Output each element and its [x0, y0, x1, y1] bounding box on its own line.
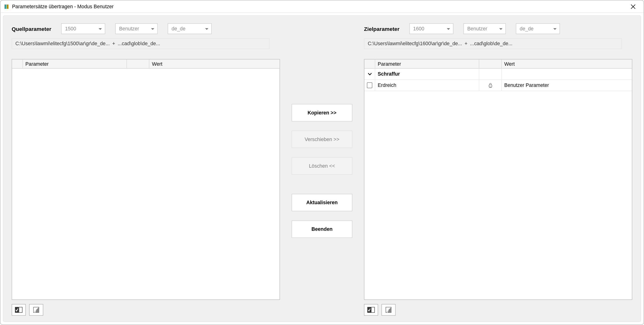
- refresh-button[interactable]: Aktualisieren: [292, 194, 352, 211]
- row-checkbox[interactable]: [367, 82, 372, 88]
- move-button[interactable]: Verschieben >>: [292, 131, 352, 148]
- target-path-1: C:\Users\lawmi\elitecfg\1600\ar\gr\de_de…: [368, 41, 462, 47]
- source-table: Parameter Wert: [12, 59, 280, 300]
- table-group-row[interactable]: Schraffur: [364, 68, 632, 80]
- svg-rect-10: [371, 307, 374, 312]
- group-name: Schraffur: [378, 71, 400, 77]
- app-icon: [4, 4, 10, 10]
- source-table-body[interactable]: [12, 68, 280, 299]
- lock-icon: [487, 82, 493, 88]
- target-paths: C:\Users\lawmi\elitecfg\1600\ar\gr\de_de…: [364, 38, 622, 49]
- svg-rect-9: [368, 307, 371, 312]
- target-table: Parameter Wert Schraffur: [364, 59, 632, 300]
- source-invert-select-button[interactable]: [29, 304, 43, 316]
- exit-button[interactable]: Beenden: [292, 220, 352, 238]
- target-version-dropdown[interactable]: 1600: [410, 23, 454, 34]
- target-table-body[interactable]: Schraffur Erdreich: [364, 68, 632, 299]
- target-mode-dropdown[interactable]: Benutzer: [464, 23, 506, 34]
- svg-rect-1: [6, 4, 8, 8]
- source-lang-dropdown[interactable]: de_de: [168, 23, 212, 34]
- svg-rect-7: [489, 85, 492, 87]
- title-bar: Parametersätze übertragen - Modus Benutz…: [0, 0, 644, 13]
- source-path-1: C:\Users\lawmi\elitecfg\1500\ar\gr\de_de…: [15, 41, 110, 47]
- svg-rect-4: [15, 307, 18, 312]
- target-path-2: ...cad\glob\de_de...: [470, 41, 512, 47]
- row-param-name: Erdreich: [378, 82, 396, 88]
- source-title: Quellparameter: [12, 26, 51, 32]
- delete-button[interactable]: Löschen <<: [292, 157, 352, 175]
- source-col-param: Parameter: [23, 60, 127, 68]
- window-title: Parametersätze übertragen - Modus Benutz…: [12, 4, 114, 10]
- row-value: Benutzer Parameter: [504, 82, 549, 88]
- action-column: Kopieren >> Verschieben >> Löschen << Ak…: [291, 23, 353, 316]
- target-col-check: [364, 60, 375, 68]
- target-panel: Zielparameter 1600 Benutzer de_de C:\Use…: [364, 23, 632, 316]
- target-lang-dropdown[interactable]: de_de: [516, 23, 560, 34]
- content-area: Quellparameter 1500 Benutzer de_de C:\Us…: [3, 15, 641, 322]
- close-button[interactable]: [625, 1, 641, 12]
- source-panel: Quellparameter 1500 Benutzer de_de C:\Us…: [12, 23, 280, 316]
- svg-rect-5: [19, 307, 22, 312]
- svg-rect-0: [4, 4, 6, 8]
- source-path-2: ...cad\glob\de_de...: [118, 41, 160, 47]
- target-col-value: Wert: [502, 60, 632, 68]
- target-col-status: [479, 60, 502, 68]
- source-mode-dropdown[interactable]: Benutzer: [116, 23, 158, 34]
- source-col-status: [127, 60, 149, 68]
- target-col-param: Parameter: [375, 60, 479, 68]
- target-title: Zielparameter: [364, 26, 400, 32]
- source-paths: C:\Users\lawmi\elitecfg\1500\ar\gr\de_de…: [12, 38, 270, 49]
- copy-button[interactable]: Kopieren >>: [292, 104, 352, 122]
- target-invert-select-button[interactable]: [381, 304, 396, 316]
- table-row[interactable]: Erdreich Benutzer Parameter: [364, 80, 632, 91]
- source-select-all-button[interactable]: [12, 304, 26, 316]
- source-version-dropdown[interactable]: 1500: [61, 23, 105, 34]
- chevron-down-icon[interactable]: [367, 71, 372, 77]
- source-col-value: Wert: [149, 60, 279, 68]
- target-select-all-button[interactable]: [364, 304, 378, 316]
- source-col-check: [12, 60, 23, 68]
